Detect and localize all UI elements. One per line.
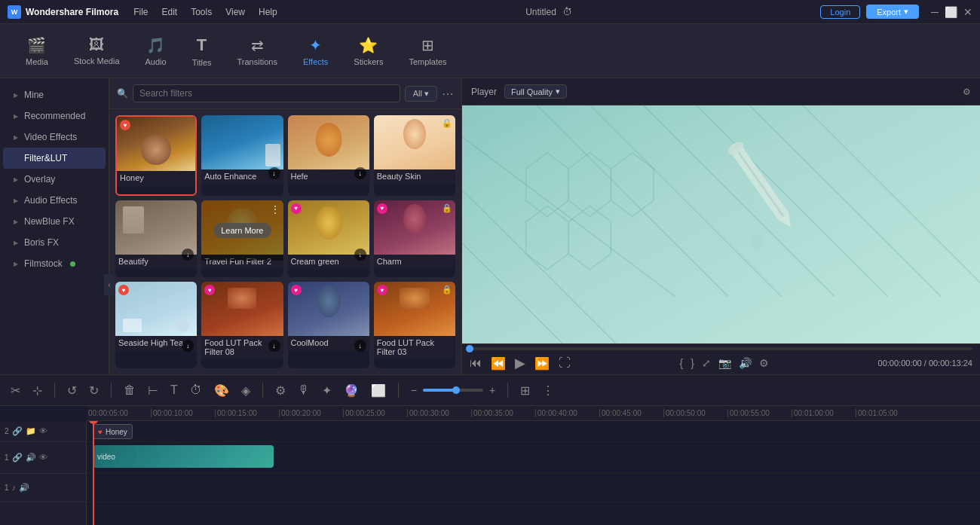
sidebar-item-overlay[interactable]: ▶ Overlay xyxy=(3,169,106,190)
toolbar-stock-media[interactable]: 🖼 Stock Media xyxy=(63,32,130,70)
menu-tools[interactable]: Tools xyxy=(191,7,212,17)
filter-card-honey[interactable]: ♥ Honey xyxy=(115,115,197,196)
track-2-eye-icon[interactable]: 👁 xyxy=(39,426,47,436)
sidebar-toggle-button[interactable]: ‹ xyxy=(104,274,115,295)
sidebar-item-newblue-fx[interactable]: ▶ NewBlue FX xyxy=(3,211,106,232)
audio-track-volume-icon[interactable]: 🔊 xyxy=(19,483,29,493)
learn-more-button[interactable]: Learn More xyxy=(213,223,271,238)
zoom-fill xyxy=(423,389,456,392)
ruler-tick: 00:00:15:00 xyxy=(215,409,279,417)
volume-icon[interactable]: 🔊 xyxy=(739,357,752,369)
frame-fwd-button[interactable]: ⏩ xyxy=(534,356,550,371)
toolbar-transitions[interactable]: ⇄ Transitions xyxy=(227,32,288,71)
sidebar-item-audio-effects[interactable]: ▶ Audio Effects xyxy=(3,190,106,211)
track-labels: 2 🔗 📁 👁 1 🔗 🔊 👁 1 ♪ xyxy=(0,421,87,525)
sidebar-item-filmstock[interactable]: ▶ Filmstock xyxy=(3,253,106,274)
toolbar-audio[interactable]: 🎵 Audio xyxy=(135,32,177,71)
toolbar-templates[interactable]: ⊞ Templates xyxy=(398,32,457,71)
toolbar-stickers[interactable]: ⭐ Stickers xyxy=(343,32,394,71)
grid-view-button[interactable]: ⊞ xyxy=(517,380,533,401)
travel-fun-menu-icon[interactable]: ⋮ xyxy=(270,203,280,215)
filter-card-cream-green[interactable]: ♥ ↓ Cream green xyxy=(288,200,369,278)
video-clip[interactable]: video xyxy=(93,445,274,468)
close-button[interactable]: ✕ xyxy=(963,6,972,18)
hefe-thumbnail xyxy=(288,115,369,169)
quality-selector[interactable]: Full Quality ▾ xyxy=(504,84,567,99)
toolbar-media[interactable]: 🎬 Media xyxy=(15,32,59,71)
text-button[interactable]: T xyxy=(167,380,181,400)
split-button[interactable]: ⊢ xyxy=(145,380,161,401)
zoom-in-button[interactable]: + xyxy=(486,381,498,399)
preview-settings-icon[interactable]: ⚙ xyxy=(963,87,971,97)
filter-card-coolmood[interactable]: ♥ ↓ CoolMood xyxy=(288,282,369,368)
track-1-link-icon[interactable]: 🔗 xyxy=(12,453,23,462)
select-tool-button[interactable]: ⊹ xyxy=(29,380,45,401)
track-1-eye-icon[interactable]: 👁 xyxy=(39,453,47,462)
menu-help[interactable]: Help xyxy=(259,7,277,17)
filter-card-travel-fun-2[interactable]: Learn More ⋮ Travel Fun Filter 2 xyxy=(201,200,283,278)
filter-card-food-lut-03[interactable]: ♥ 🔒 Food LUT Pack Filter 03 xyxy=(374,282,455,368)
settings-button[interactable]: ⚙ xyxy=(272,380,289,401)
menu-file[interactable]: File xyxy=(133,7,148,17)
export-button[interactable]: Export ▾ xyxy=(866,5,919,19)
delete-button[interactable]: 🗑 xyxy=(121,380,139,400)
text2-button[interactable]: ⬜ xyxy=(368,380,389,401)
sidebar-item-mine[interactable]: ▶ Mine xyxy=(3,84,106,105)
all-filter-button[interactable]: All ▾ xyxy=(405,86,437,102)
filter-card-auto-enhance[interactable]: ↓ Auto Enhance xyxy=(201,115,283,196)
crop-icon[interactable]: ⤢ xyxy=(702,357,711,369)
audio-settings-button[interactable]: 🎙 xyxy=(295,380,313,400)
preview-progress-bar[interactable] xyxy=(470,347,972,350)
filter-card-beautify[interactable]: ↓ Beautify xyxy=(115,200,197,278)
mark-out-icon[interactable]: } xyxy=(691,357,694,369)
skip-back-button[interactable]: ⏮ xyxy=(470,356,482,370)
ai-button[interactable]: ✦ xyxy=(319,380,335,401)
zoom-slider[interactable] xyxy=(423,389,483,392)
menu-edit[interactable]: Edit xyxy=(161,7,177,17)
more-button[interactable]: ⋮ xyxy=(539,380,557,401)
play-button[interactable]: ▶ xyxy=(515,355,525,371)
minimize-button[interactable]: ─ xyxy=(931,6,939,18)
filter-card-seaside-high-tea[interactable]: ♥ ↓ Seaside High Tea xyxy=(115,282,197,368)
login-button[interactable]: Login xyxy=(820,5,860,19)
color-button[interactable]: 🎨 xyxy=(211,380,232,401)
sidebar-newblue-label: NewBlue FX xyxy=(24,216,75,227)
filter-card-food-lut-08[interactable]: ♥ ↓ Food LUT Pack Filter 08 xyxy=(201,282,283,368)
cut-tool-button[interactable]: ✂ xyxy=(8,380,23,401)
more-settings-icon[interactable]: ⚙ xyxy=(759,357,769,369)
filter-card-charm[interactable]: ♥ 🔒 Charm xyxy=(374,200,455,278)
more-options-button[interactable]: ⋯ xyxy=(442,87,454,101)
keyframe-button[interactable]: ◈ xyxy=(238,380,253,401)
zoom-handle xyxy=(452,386,460,394)
audio-icon: 🎵 xyxy=(146,36,165,54)
zoom-out-button[interactable]: − xyxy=(408,381,420,399)
bottom-toolbar: ✂ ⊹ ↺ ↻ 🗑 ⊢ T ⏱ 🎨 ◈ ⚙ 🎙 ✦ 🔮 ⬜ − + ⊞ ⋮ xyxy=(0,374,980,406)
track-1-volume-icon[interactable]: 🔊 xyxy=(26,453,36,462)
toolbar-titles[interactable]: T Titles xyxy=(182,31,222,72)
fullscreen-button[interactable]: ⛶ xyxy=(559,356,571,370)
sidebar-item-filter-lut[interactable]: ▶ Filter&LUT xyxy=(3,148,106,169)
honey-effect-chip[interactable]: ♥ Honey xyxy=(93,424,133,439)
filter-card-hefe[interactable]: ↓ Hefe xyxy=(288,115,369,196)
separator-1 xyxy=(54,383,55,398)
maximize-button[interactable]: ⬜ xyxy=(945,6,957,18)
search-input[interactable] xyxy=(133,84,400,102)
filmstock-arrow-icon: ▶ xyxy=(14,261,18,267)
redo-button[interactable]: ↻ xyxy=(86,380,102,401)
duration-button[interactable]: ⏱ xyxy=(187,380,205,400)
sidebar-item-boris-fx[interactable]: ▶ Boris FX xyxy=(3,232,106,253)
frame-back-button[interactable]: ⏪ xyxy=(491,356,506,371)
track-2-link-icon[interactable]: 🔗 xyxy=(12,426,23,436)
toolbar-effects[interactable]: ✦ Effects xyxy=(292,32,338,71)
sidebar-item-recommended[interactable]: ▶ Recommended xyxy=(3,105,106,127)
effect-settings-button[interactable]: 🔮 xyxy=(341,380,362,401)
filter-card-beauty-skin[interactable]: 🔒 Beauty Skin xyxy=(374,115,455,196)
playhead[interactable] xyxy=(93,421,94,525)
track-2-lock-icon[interactable]: 📁 xyxy=(26,426,36,436)
menu-view[interactable]: View xyxy=(225,7,245,17)
undo-button[interactable]: ↺ xyxy=(64,380,80,401)
sidebar-item-video-effects[interactable]: ▶ Video Effects xyxy=(3,127,106,148)
snapshot-icon[interactable]: 📷 xyxy=(718,357,731,369)
svg-point-19 xyxy=(749,233,762,250)
mark-in-icon[interactable]: { xyxy=(680,357,684,369)
